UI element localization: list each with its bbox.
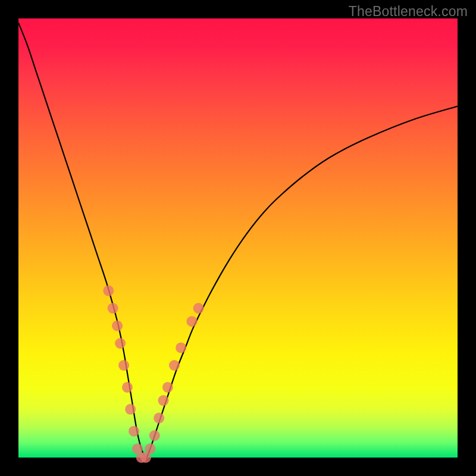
curve-markers xyxy=(103,286,203,463)
marker-m xyxy=(149,430,160,441)
marker-b xyxy=(108,303,118,314)
marker-s xyxy=(187,316,198,327)
marker-q xyxy=(169,360,180,371)
marker-d xyxy=(115,338,126,349)
marker-g xyxy=(125,404,136,415)
marker-h xyxy=(129,426,139,437)
marker-t xyxy=(193,303,204,314)
marker-o xyxy=(158,395,169,406)
plot-area xyxy=(18,18,458,458)
marker-r xyxy=(176,343,186,353)
curve-path xyxy=(18,23,458,458)
chart-frame: TheBottleneck.com xyxy=(0,0,476,476)
marker-c xyxy=(112,321,123,331)
marker-n xyxy=(154,413,164,424)
marker-l xyxy=(145,443,155,454)
marker-f xyxy=(122,382,133,393)
marker-p xyxy=(162,382,173,393)
watermark-text: TheBottleneck.com xyxy=(349,4,468,20)
bottleneck-curve xyxy=(18,18,458,458)
marker-a xyxy=(103,286,114,296)
marker-e xyxy=(118,360,129,371)
